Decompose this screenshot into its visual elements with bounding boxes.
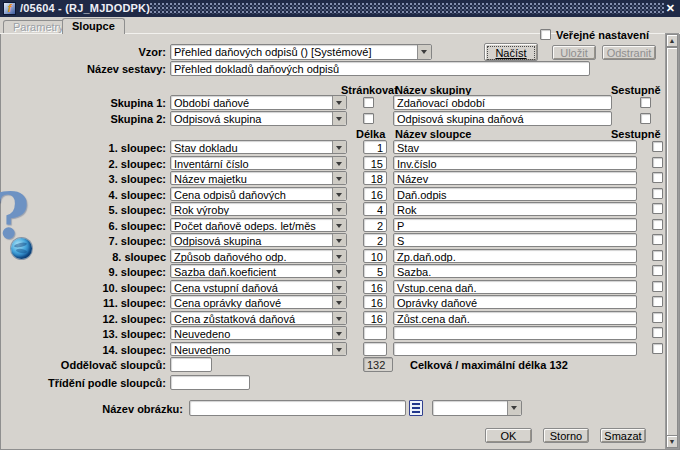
column11-name-input[interactable]: Oprávky daňové — [393, 295, 637, 309]
load-button[interactable]: Načíst — [484, 43, 538, 61]
column9-select[interactable]: Sazba daň.koeficient — [170, 264, 347, 278]
column3-descending-checkbox[interactable] — [652, 172, 663, 183]
vertical-scrollbar[interactable]: ▲ ▼ — [665, 33, 679, 449]
group2-select[interactable]: Odpisová skupina — [170, 111, 347, 126]
chevron-down-icon[interactable] — [332, 327, 346, 339]
column3-name-input[interactable]: Název — [393, 171, 637, 185]
column4-descending-checkbox[interactable] — [652, 188, 663, 199]
column14-select[interactable]: Neuvedeno — [170, 342, 347, 356]
delete-template-button[interactable]: Odstranit — [602, 45, 656, 60]
column13-select[interactable]: Neuvedeno — [170, 326, 347, 340]
column2-length-input[interactable]: 15 — [363, 156, 387, 170]
column2-select[interactable]: Inventární číslo — [170, 156, 347, 170]
column4-name-input[interactable]: Daň.odpis — [393, 187, 637, 201]
column5-select[interactable]: Rok výroby — [170, 202, 347, 216]
list-of-values-icon[interactable] — [409, 400, 423, 416]
group1-select[interactable]: Období daňové — [170, 95, 347, 110]
group1-name-input[interactable]: Zdaňovací období — [393, 95, 612, 110]
chevron-down-icon[interactable] — [332, 250, 346, 262]
chevron-down-icon[interactable] — [507, 401, 521, 415]
chevron-down-icon[interactable] — [332, 296, 346, 308]
column13-length-input[interactable] — [363, 326, 387, 340]
template-select[interactable]: Přehled daňových odpisů () [Systémové] — [170, 44, 432, 60]
chevron-down-icon[interactable] — [332, 96, 346, 109]
chevron-down-icon[interactable] — [332, 312, 346, 324]
column2-descending-checkbox[interactable] — [652, 157, 663, 168]
column10-descending-checkbox[interactable] — [652, 281, 663, 292]
column11-descending-checkbox[interactable] — [652, 296, 663, 307]
chevron-down-icon[interactable] — [332, 188, 346, 200]
column13-name-input[interactable] — [393, 326, 637, 340]
chevron-down-icon[interactable] — [332, 219, 346, 231]
cancel-button[interactable]: Storno — [543, 428, 589, 443]
column8-length-input[interactable]: 10 — [363, 249, 387, 263]
scroll-down-icon[interactable]: ▼ — [666, 435, 678, 448]
column7-length-input[interactable]: 2 — [363, 233, 387, 247]
tab-sloupce[interactable]: Sloupce — [62, 18, 125, 34]
erase-button[interactable]: Smazat — [600, 428, 646, 443]
column6-descending-checkbox[interactable] — [652, 219, 663, 230]
column2-name-input[interactable]: Inv.číslo — [393, 156, 637, 170]
column14-length-input[interactable] — [363, 342, 387, 356]
column6-select[interactable]: Počet daňově odeps. let/měs — [170, 218, 347, 232]
column11-length-input[interactable]: 16 — [363, 295, 387, 309]
public-settings-checkbox[interactable] — [540, 29, 551, 40]
column7-select[interactable]: Odpisová skupina — [170, 233, 347, 247]
column9-length-input[interactable]: 5 — [363, 264, 387, 278]
image-select[interactable] — [432, 400, 522, 416]
column4-select[interactable]: Cena odpisů daňových — [170, 187, 347, 201]
chevron-down-icon[interactable] — [332, 203, 346, 215]
chevron-down-icon[interactable] — [332, 157, 346, 169]
column12-length-input[interactable]: 16 — [363, 311, 387, 325]
group2-descending-checkbox[interactable] — [640, 113, 651, 124]
chevron-down-icon[interactable] — [332, 265, 346, 277]
column8-name-input[interactable]: Zp.daň.odp. — [393, 249, 637, 263]
column1-descending-checkbox[interactable] — [652, 141, 663, 152]
scrollbar-thumb[interactable] — [666, 47, 678, 437]
sort-input[interactable] — [170, 375, 250, 390]
group1-paginate-checkbox[interactable] — [363, 97, 374, 108]
column13-descending-checkbox[interactable] — [652, 327, 663, 338]
column1-select[interactable]: Stav dokladu — [170, 140, 347, 154]
column8-select[interactable]: Způsob daňového odp. — [170, 249, 347, 263]
column5-descending-checkbox[interactable] — [652, 203, 663, 214]
column9-name-input[interactable]: Sazba. — [393, 264, 637, 278]
chevron-down-icon[interactable] — [332, 281, 346, 293]
scroll-up-icon[interactable]: ▲ — [666, 34, 678, 47]
column7-descending-checkbox[interactable] — [652, 234, 663, 245]
image-name-input[interactable] — [189, 400, 406, 416]
column10-name-input[interactable]: Vstup.cena daň. — [393, 280, 637, 294]
ok-button[interactable]: OK — [485, 428, 532, 443]
close-icon[interactable]: ✕ — [666, 2, 675, 15]
column1-name-input[interactable]: Stav — [393, 140, 637, 154]
column9-descending-checkbox[interactable] — [652, 265, 663, 276]
chevron-down-icon[interactable] — [417, 45, 431, 59]
save-button[interactable]: Uložit — [552, 45, 596, 60]
column12-name-input[interactable]: Zůst.cena daň. — [393, 311, 637, 325]
chevron-down-icon[interactable] — [332, 141, 346, 153]
column7-name-input[interactable]: S — [393, 233, 637, 247]
column10-length-input[interactable]: 16 — [363, 280, 387, 294]
column6-length-input[interactable]: 2 — [363, 218, 387, 232]
chevron-down-icon[interactable] — [332, 112, 346, 125]
column5-length-input[interactable]: 4 — [363, 202, 387, 216]
column4-length-input[interactable]: 16 — [363, 187, 387, 201]
column14-descending-checkbox[interactable] — [652, 343, 663, 354]
column11-select[interactable]: Cena oprávky daňové — [170, 295, 347, 309]
group2-name-input[interactable]: Odpisová skupina daňová — [393, 111, 612, 126]
separator-input[interactable] — [170, 357, 212, 372]
column5-name-input[interactable]: Rok — [393, 202, 637, 216]
chevron-down-icon[interactable] — [332, 172, 346, 184]
column3-select[interactable]: Název majetku — [170, 171, 347, 185]
column10-select[interactable]: Cena vstupní daňová — [170, 280, 347, 294]
column12-descending-checkbox[interactable] — [652, 312, 663, 323]
column14-name-input[interactable] — [393, 342, 637, 356]
group1-descending-checkbox[interactable] — [640, 97, 651, 108]
column3-length-input[interactable]: 18 — [363, 171, 387, 185]
report-name-input[interactable]: Přehled dokladů daňových odpisů — [170, 61, 590, 76]
group2-paginate-checkbox[interactable] — [363, 113, 374, 124]
chevron-down-icon[interactable] — [332, 234, 346, 246]
chevron-down-icon[interactable] — [332, 343, 346, 355]
column8-descending-checkbox[interactable] — [652, 250, 663, 261]
column12-select[interactable]: Cena zůstatková daňová — [170, 311, 347, 325]
